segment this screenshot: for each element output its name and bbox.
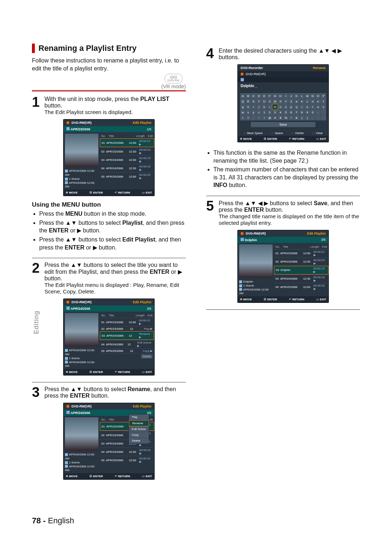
keyboard-key[interactable]: h	[245, 104, 251, 110]
keyboard-action-button[interactable]: Clear	[312, 131, 323, 135]
table-row[interactable]: 02APR/23/200612Play ▶	[100, 326, 154, 331]
table-row[interactable]: 04APR/24/200612:3000:00:16 ▶	[100, 164, 154, 172]
keyboard-key[interactable]	[321, 110, 326, 115]
save-button[interactable]: Save	[251, 122, 315, 127]
keyboard-key[interactable]: V	[267, 99, 273, 104]
keyboard-key[interactable]: 5	[283, 110, 289, 115]
keyboard-key[interactable]: %	[283, 115, 289, 121]
keyboard-key[interactable]: N	[310, 93, 315, 99]
keyboard-key[interactable]: k	[262, 104, 267, 110]
keyboard-key[interactable]: 7	[294, 110, 299, 115]
keyboard-key[interactable]: ^	[289, 115, 294, 121]
menu-item[interactable]: Play	[129, 414, 149, 420]
keyboard-key[interactable]: m	[272, 104, 278, 110]
table-row[interactable]: 05APR/25/200612:0000:00:32 ▶	[100, 456, 154, 464]
table-row[interactable]: 02APR/23/200612:3000:00:03 ▶	[100, 147, 154, 155]
keyboard-key[interactable]: x	[245, 110, 251, 115]
keyboard-key[interactable]: z	[256, 110, 262, 115]
table-row[interactable]: 05APR/25/200612:0000:00:32 ▶	[274, 283, 328, 291]
table-row[interactable]: 01APR/23/200612:0000:00:21 ▶	[100, 318, 154, 326]
keyboard-key[interactable]: .	[251, 115, 256, 121]
table-row[interactable]: 05APR/25/200612Copy ▶	[100, 348, 154, 353]
keyboard-key[interactable]: q	[294, 104, 299, 110]
keyboard-key[interactable]: &	[294, 115, 299, 121]
table-row[interactable]: 03Dolphin00:00:15 ▶	[274, 266, 328, 275]
keyboard-key[interactable]: X	[278, 99, 283, 104]
keyboard-key[interactable]: f	[321, 99, 326, 104]
table-row[interactable]: 05APR/25/200612:0000:00:32 ▶	[100, 172, 154, 180]
keyboard-key[interactable]: 6	[289, 110, 294, 115]
keyboard-key[interactable]: U	[262, 99, 267, 104]
keyboard-key[interactable]: y	[251, 110, 256, 115]
keyboard-key[interactable]: C	[251, 93, 256, 99]
menu-item[interactable]: Copy	[129, 432, 149, 438]
table-row[interactable]: 04APR/24/200612:3000:00:16 ▶	[274, 275, 328, 283]
keyboard-key[interactable]: d	[310, 99, 315, 104]
menu-item[interactable]: Delete	[129, 438, 149, 444]
keyboard-key[interactable]: i	[251, 104, 256, 110]
keyboard-key[interactable]: 3	[272, 110, 278, 115]
keyboard-key[interactable]: !	[262, 115, 267, 121]
keyboard-key[interactable]: ~	[256, 115, 262, 121]
keyboard-key[interactable]: +	[240, 115, 246, 121]
keyboard-key[interactable]: (	[299, 115, 305, 121]
table-row[interactable]: 04APR/24/200612Edit Scene ▶	[100, 340, 154, 348]
keyboard-key[interactable]: R	[245, 99, 251, 104]
keyboard-key[interactable]: 9	[305, 110, 310, 115]
on-screen-keyboard[interactable]: ABCDEFGHIJKLMNOPQRSTUVWXYZabcdefghijklmn…	[240, 93, 326, 121]
keyboard-key[interactable]: H	[278, 93, 283, 99]
keyboard-key[interactable]: b	[299, 99, 305, 104]
keyboard-key[interactable]: Z	[289, 99, 294, 104]
keyboard-key[interactable]: I	[283, 93, 289, 99]
keyboard-key[interactable]	[321, 115, 326, 121]
keyboard-key[interactable]: P	[321, 93, 326, 99]
keyboard-key[interactable]	[310, 115, 315, 121]
keyboard-key[interactable]: =	[245, 115, 251, 121]
keyboard-key[interactable]: 0	[310, 110, 315, 115]
keyboard-key[interactable]: O	[315, 93, 321, 99]
keyboard-key[interactable]: j	[256, 104, 262, 110]
keyboard-action-button[interactable]: Space	[271, 131, 283, 135]
table-row[interactable]: 04APR/24/200612:3000:00:16 ▶	[100, 447, 154, 456]
keyboard-key[interactable]: F	[267, 93, 273, 99]
keyboard-key[interactable]: L	[299, 93, 305, 99]
keyboard-key[interactable]: w	[240, 110, 246, 115]
keyboard-key[interactable]: )	[305, 115, 310, 121]
keyboard-key[interactable]: A	[240, 93, 246, 99]
keyboard-key[interactable]: S	[251, 99, 256, 104]
keyboard-key[interactable]: M	[305, 93, 310, 99]
keyboard-key[interactable]: 4	[278, 110, 283, 115]
keyboard-key[interactable]: 2	[267, 110, 273, 115]
keyboard-key[interactable]: #	[272, 115, 278, 121]
table-row[interactable]: 01APR/23/200612:0000:00:21 ▶	[274, 249, 328, 257]
keyboard-key[interactable]: v	[321, 104, 326, 110]
keyboard-key[interactable]: 8	[299, 110, 305, 115]
keyboard-key[interactable]: -	[315, 110, 321, 115]
keyboard-key[interactable]: J	[289, 93, 294, 99]
keyboard-key[interactable]: D	[256, 93, 262, 99]
keyboard-key[interactable]: $	[278, 115, 283, 121]
context-menu[interactable]: PlayRenameEdit SceneCopyDelete	[128, 414, 149, 444]
menu-item[interactable]: Rename	[129, 420, 149, 426]
table-row[interactable]: 01APR/23/200612:0000:00:21 ▶	[100, 138, 154, 147]
keyboard-key[interactable]: c	[305, 99, 310, 104]
keyboard-key[interactable]: o	[283, 104, 289, 110]
table-row[interactable]: 03APR/24/200612Rename ▶	[100, 331, 154, 340]
table-row[interactable]: 03APR/24/200612:0000:00:15 ▶	[100, 155, 154, 164]
keyboard-key[interactable]: l	[267, 104, 273, 110]
keyboard-key[interactable]: u	[315, 104, 321, 110]
keyboard-key[interactable]: G	[272, 93, 278, 99]
rename-input[interactable]: Dolphin _	[238, 82, 328, 89]
menu-item[interactable]: Edit Scene	[129, 426, 149, 432]
keyboard-key[interactable]: e	[315, 99, 321, 104]
keyboard-key[interactable]: Y	[283, 99, 289, 104]
keyboard-key[interactable]: p	[289, 104, 294, 110]
keyboard-key[interactable]: K	[294, 93, 299, 99]
keyboard-key[interactable]: Q	[240, 99, 246, 104]
keyboard-key[interactable]: a	[294, 99, 299, 104]
keyboard-key[interactable]: 1	[262, 110, 267, 115]
keyboard-key[interactable]: n	[278, 104, 283, 110]
keyboard-key[interactable]: E	[262, 93, 267, 99]
keyboard-key[interactable]: t	[310, 104, 315, 110]
keyboard-key[interactable]: @	[267, 115, 273, 121]
